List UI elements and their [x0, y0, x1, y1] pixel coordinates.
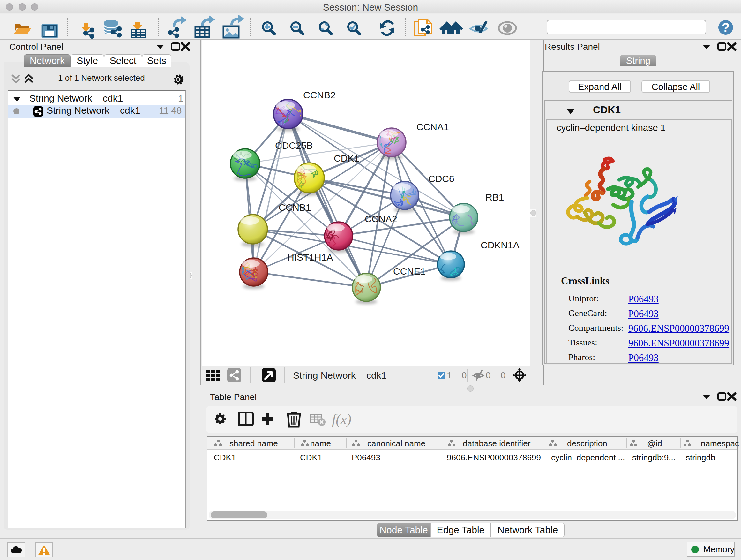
svg-text:?: ? — [722, 20, 730, 35]
svg-text:0 – 0: 0 – 0 — [486, 370, 506, 380]
svg-text:CCNB1: CCNB1 — [279, 202, 311, 212]
svg-text:1 – 0: 1 – 0 — [447, 370, 467, 380]
svg-text:CCNB2: CCNB2 — [303, 90, 336, 100]
svg-text:CCNA1: CCNA1 — [416, 122, 449, 132]
svg-text:CDC6: CDC6 — [428, 173, 455, 184]
svg-text:CCNA2: CCNA2 — [365, 213, 397, 224]
svg-text:CDKN1A: CDKN1A — [481, 240, 520, 250]
svg-text:CDC25B: CDC25B — [275, 140, 313, 151]
svg-text:f(x): f(x) — [332, 412, 351, 427]
svg-text:HIST1H1A: HIST1H1A — [287, 252, 333, 262]
svg-text:CDK1: CDK1 — [334, 153, 359, 164]
svg-text:RB1: RB1 — [485, 192, 504, 202]
svg-text:CCNE1: CCNE1 — [393, 266, 426, 276]
svg-text:String Network – cdk1: String Network – cdk1 — [293, 370, 387, 381]
